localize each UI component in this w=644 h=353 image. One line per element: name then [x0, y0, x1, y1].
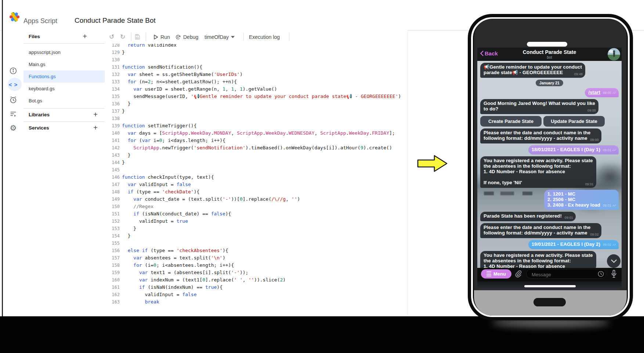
code-line: 138 [105, 115, 408, 122]
message-time: 09:01 [565, 215, 573, 221]
code-line: 143 } [105, 152, 408, 159]
message-text: /start [588, 90, 600, 95]
phone-chin [474, 290, 627, 316]
code-line: 163 break [105, 298, 408, 306]
add-service-button[interactable]: + [91, 124, 100, 132]
editor-toolbar: ↺ ↻ Run Debug timeOfDay Execution log [105, 30, 408, 44]
message-text: Parade State has been registered! [484, 213, 562, 219]
schedule-clock-icon[interactable] [597, 270, 604, 277]
message-time: 09:02 [590, 232, 599, 237]
message-text: 1. 1201 - MC 2. 2506 - MC 3. 2408 - Ex h… [547, 191, 600, 208]
message-text: 18/01/2021 - EAGLES I (Day 1) [532, 147, 600, 152]
user-message-bubble: /start09:00✓✓ [585, 88, 619, 97]
code-line: 161 if (isNaN(indexNum) == true){ [105, 284, 408, 291]
message-list: 📢Gentle reminder to update your conduct … [477, 61, 622, 268]
message-time: 09:02✓✓ [603, 243, 615, 247]
files-panel: Files + appsscript.jsonMain.gsFunctions.… [23, 30, 105, 316]
menu-button[interactable]: Menu [481, 269, 511, 279]
chat-header: Back Conduct Parade State bot [477, 48, 622, 61]
code-line: 129} [105, 49, 408, 56]
code-line: 160 var indexNum = (text1[0].replace(' '… [105, 276, 408, 284]
read-checks-icon: ✓✓ [612, 91, 615, 95]
code-line: 157 var absentees = text.split('\n') [105, 254, 408, 262]
code-line: 155 [105, 240, 408, 247]
files-panel-title: Files [29, 34, 40, 39]
bot-message-bubble: Please enter the date and conduct name i… [480, 128, 601, 143]
redo-button[interactable]: ↻ [120, 30, 125, 44]
screen-bottom-zone [477, 281, 622, 290]
message-time: 09:00 [587, 108, 596, 113]
add-library-button[interactable]: + [91, 110, 100, 119]
code-line: 162 validInput = false [105, 291, 408, 298]
message-time: 09:00 [590, 137, 599, 143]
message-time: 09:00✓✓ [603, 91, 615, 95]
apps-script-logo-text[interactable]: Apps Script [23, 17, 57, 25]
code-line: 142 ScriptApp.newTrigger('sendNotificati… [105, 144, 408, 152]
save-button[interactable] [134, 30, 140, 44]
file-item-appsscript-json[interactable]: appsscript.json [23, 46, 105, 58]
libraries-label: Libraries [29, 112, 50, 117]
files-list: appsscript.jsonMain.gsFunctions.gskeyboa… [23, 46, 105, 107]
menu-label: Menu [493, 271, 506, 277]
executions-list-icon[interactable] [3, 108, 23, 121]
code-editor-icon[interactable]: < > [3, 78, 23, 91]
run-label: Run [160, 34, 170, 40]
code-editor[interactable]: 128 return validIndex129}130131function … [105, 44, 408, 316]
user-message-bubble: 1. 1201 - MC 2. 2506 - MC 3. 2408 - Ex h… [544, 190, 619, 210]
bot-avatar[interactable] [608, 48, 620, 61]
read-checks-icon: ✓✓ [612, 243, 615, 247]
services-label: Services [29, 125, 49, 131]
run-button[interactable]: Run [153, 30, 170, 44]
file-item-bot-gs[interactable]: Bot.gs [23, 95, 105, 107]
bot-message-bubble: Good Morning Jared Wong! What would you … [480, 99, 598, 114]
execution-log-button[interactable]: Execution log [249, 30, 280, 44]
undo-button[interactable]: ↺ [109, 30, 114, 44]
code-line: 146function checkInput(type, text){ [105, 174, 408, 181]
code-line: 144} [105, 159, 408, 166]
telegram-screen: Back Conduct Parade State bot 📢Gentle re… [477, 48, 622, 290]
editor-right-edge [408, 30, 408, 316]
file-item-functions-gs[interactable]: Functions.gs [23, 70, 105, 83]
attach-paperclip-icon[interactable] [514, 270, 522, 278]
microphone-icon[interactable] [610, 269, 618, 279]
function-selector-dropdown[interactable]: timeOfDay [205, 30, 235, 44]
code-line: 131function sendNotification(){ [105, 63, 408, 71]
phone-home-button[interactable] [533, 298, 566, 306]
scroll-to-bottom-button[interactable] [607, 254, 621, 268]
add-file-button[interactable]: + [80, 32, 89, 41]
message-time: 09:01 [585, 182, 594, 187]
overview-info-icon[interactable] [3, 64, 23, 77]
code-lines: 128 return validIndex129}130131function … [105, 44, 408, 306]
code-line: 141 for (var i=0; i<days.length; i++){ [105, 137, 408, 144]
home-indicator[interactable] [524, 285, 576, 287]
triggers-clock-icon[interactable] [3, 93, 23, 106]
file-item-keyboard-gs[interactable]: keyboard.gs [23, 83, 105, 95]
settings-gear-icon[interactable]: ⚙ [3, 121, 23, 135]
code-line: 136 } [105, 100, 408, 108]
window-left-edge [2, 0, 3, 316]
code-line: 135 sendMessage(userID, '📢Gentle reminde… [105, 93, 408, 100]
message-text: Good Morning Jared Wong! What would you … [484, 101, 595, 112]
yellow-arrow [417, 154, 448, 172]
execution-log-label: Execution log [249, 34, 280, 40]
services-section: Services + [23, 121, 105, 135]
inline-button-create-parade-state[interactable]: Create Parade State [480, 116, 542, 127]
function-selector-value: timeOfDay [205, 34, 229, 40]
phone-speaker [527, 42, 567, 47]
code-line: 156 else if (type == 'checkAbsentees'){ [105, 247, 408, 254]
files-panel-header: Files + [23, 30, 105, 44]
apps-script-logo-icon [8, 10, 21, 23]
message-input[interactable] [526, 269, 606, 279]
message-time: 09:01✓✓ [603, 204, 615, 207]
debug-button[interactable]: Debug [175, 30, 198, 44]
file-item-main-gs[interactable]: Main.gs [23, 58, 105, 70]
hamburger-icon [486, 272, 491, 276]
date-chip: January 21 [536, 80, 563, 86]
message-text: 19/01/2021 - EAGLES I (Day 2) [532, 241, 600, 247]
code-line: 153 } [105, 225, 408, 232]
app-root: Apps Script Conduct Parade State Bot < >… [0, 0, 644, 353]
chat-subtitle: bot [477, 55, 622, 59]
project-title[interactable]: Conduct Parade State Bot [75, 17, 156, 25]
inline-button-update-parade-state[interactable]: Update Parade State [543, 116, 605, 127]
code-line: 140 var days = [ScriptApp.WeekDay.MONDAY… [105, 130, 408, 137]
